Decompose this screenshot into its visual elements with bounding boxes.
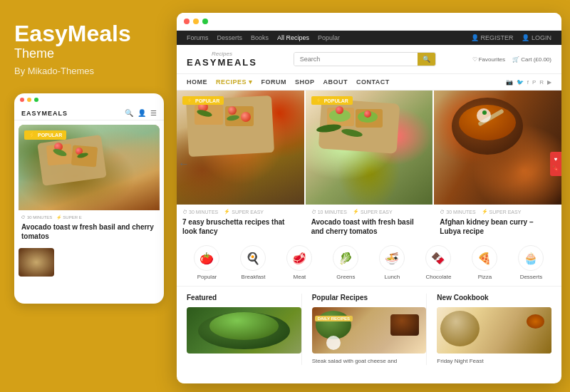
- mobile-top-bar: [14, 93, 164, 106]
- bolt-icon: ⚡: [56, 215, 61, 220]
- admin-bar: Forums Desserts Books All Recipes Popula…: [177, 31, 561, 45]
- nav-shop[interactable]: SHOP: [295, 78, 315, 86]
- category-breakfast[interactable]: 🍳 Breakfast: [240, 245, 266, 280]
- admin-nav-books[interactable]: Books: [251, 34, 269, 41]
- search-input[interactable]: [294, 53, 418, 66]
- card-3-meta: ⏱ 30 MINUTES ⚡ SUPER EASY: [440, 209, 556, 215]
- instagram-icon[interactable]: 📷: [506, 79, 513, 86]
- clock-icon: ⏱: [21, 215, 26, 220]
- social-icons: 📷 🐦 f P R ▶: [506, 79, 551, 86]
- category-pizza[interactable]: 🍕 Pizza: [472, 245, 497, 280]
- mobile-nav-icons: 🔍 👤 ☰: [125, 109, 157, 117]
- rss-icon[interactable]: R: [539, 79, 544, 86]
- featured-image[interactable]: [187, 307, 301, 354]
- nav-home[interactable]: HOME: [187, 78, 207, 86]
- category-icon-desserts: 🧁: [518, 245, 544, 271]
- tomato-a3: [241, 112, 251, 122]
- categories-row: 🍅 Popular 🍳 Breakfast 🥩 Meat 🥬 Greens 🍜 …: [177, 237, 561, 287]
- mobile-difficulty: ⚡ SUPER E: [56, 215, 81, 220]
- nav-contact[interactable]: CONTACT: [356, 78, 390, 86]
- popular-col: Popular Recipes DAILY RECIPES Steak sala…: [301, 294, 427, 365]
- recipe-card-1[interactable]: ⚡ POPULAR ⏱ 30 MINUTES ⚡ SUPER EASY 7 ea…: [177, 91, 306, 237]
- login-link[interactable]: 👤 LOGIN: [522, 34, 551, 41]
- search-bar[interactable]: 🔍: [294, 52, 436, 66]
- mobile-card-title: Avocado toast w fresh basil and cherry t…: [21, 222, 157, 241]
- tomato-b1: [336, 106, 343, 114]
- recipe-cards-section: ← ⚡ POPULAR ⏱: [177, 91, 561, 237]
- food-item: [527, 314, 544, 329]
- cookbook-col: New Cookbook Friday Night Feast: [426, 294, 551, 365]
- card-2-info: ⏱ 10 MINUTES ⚡ SUPER EASY Avocado toast …: [306, 205, 433, 237]
- goat-cheese: [326, 336, 341, 350]
- category-greens[interactable]: 🥬 Greens: [333, 245, 358, 280]
- featured-title: Featured: [187, 294, 301, 301]
- nav-recipes[interactable]: RECIPES ▾: [216, 78, 253, 86]
- category-label-chocolate: Chocolate: [425, 274, 451, 280]
- facebook-icon[interactable]: f: [527, 79, 529, 86]
- site-logo[interactable]: Recipes EASYMEALS: [187, 51, 257, 68]
- category-chocolate[interactable]: 🍫 Chocolate: [425, 245, 451, 280]
- bolt-icon-1: ⚡: [224, 209, 230, 215]
- search-button[interactable]: 🔍: [418, 53, 435, 66]
- steak-piece: [390, 314, 419, 336]
- category-icon-chocolate: 🍫: [425, 245, 451, 271]
- cookbook-visual: [437, 307, 551, 354]
- popular-title: Popular Recipes: [312, 294, 427, 301]
- mobile-user-icon[interactable]: 👤: [138, 109, 146, 117]
- browser-dot-red: [184, 19, 190, 24]
- brand-by: By Mikado-Themes: [14, 66, 162, 76]
- recipe-card-2[interactable]: ⚡ POPULAR ⏱ 10 MINUTES ⚡ SUPER EASY Avoc…: [306, 91, 435, 237]
- pinterest-icon[interactable]: P: [532, 79, 536, 86]
- left-panel: EasyMeals Theme By Mikado-Themes EASYMEA…: [0, 0, 177, 392]
- card-2-title: Avocado toast with fresh basil and cherr…: [311, 217, 428, 236]
- card-1-title: 7 easy bruschetta recipes that look fanc…: [182, 217, 299, 236]
- card-2-meta: ⏱ 10 MINUTES ⚡ SUPER EASY: [311, 209, 428, 215]
- youtube-icon[interactable]: ▶: [547, 79, 551, 86]
- category-icon-breakfast: 🍳: [240, 245, 266, 271]
- admin-right: 👤 REGISTER 👤 LOGIN: [471, 34, 551, 41]
- cookbook-image[interactable]: [437, 307, 551, 354]
- mobile-search-icon[interactable]: 🔍: [125, 109, 133, 117]
- main-nav-links: HOME RECIPES ▾ FORUM SHOP ABOUT CONTACT: [187, 78, 390, 86]
- category-meat[interactable]: 🥩 Meat: [286, 245, 312, 280]
- category-popular[interactable]: 🍅 Popular: [194, 245, 219, 280]
- mobile-card-info: ⏱ 30 MINUTES ⚡ SUPER E Avocado toast w f…: [19, 210, 160, 245]
- category-lunch[interactable]: 🍜 Lunch: [379, 245, 405, 280]
- category-label-breakfast: Breakfast: [242, 274, 266, 280]
- twitter-icon[interactable]: 🐦: [517, 79, 524, 86]
- card-1-time: ⏱ 30 MINUTES: [182, 209, 218, 215]
- recipe-card-1-image: ⚡ POPULAR: [177, 91, 304, 205]
- salad-top: [209, 312, 278, 340]
- popular-image[interactable]: DAILY RECIPES: [312, 307, 427, 354]
- mobile-recipe-card[interactable]: ⚡ POPULAR ⏱ 30 MINUTES ⚡ SUPER E Avocado…: [19, 125, 160, 245]
- category-icon-popular: 🍅: [194, 245, 219, 271]
- nav-forum[interactable]: FORUM: [261, 78, 287, 86]
- favourites-link[interactable]: ♡ Favourites: [472, 56, 506, 63]
- admin-nav: Forums Desserts Books All Recipes Popula…: [187, 34, 340, 41]
- card-1-info: ⏱ 30 MINUTES ⚡ SUPER EASY 7 easy brusche…: [177, 205, 304, 237]
- lightning-icon-1: ⚡: [187, 98, 193, 103]
- admin-nav-popular[interactable]: Popular: [318, 34, 340, 41]
- prev-arrow[interactable]: ←: [178, 158, 190, 170]
- admin-nav-forums[interactable]: Forums: [187, 34, 209, 41]
- cookbook-book-title: Friday Night Feast: [437, 357, 551, 365]
- featured-col: Featured: [187, 294, 301, 365]
- mobile-menu-icon[interactable]: ☰: [150, 109, 157, 117]
- register-link[interactable]: 👤 REGISTER: [471, 34, 514, 41]
- card-1-difficulty: ⚡ SUPER EASY: [224, 209, 264, 215]
- category-label-popular: Popular: [197, 274, 217, 280]
- browser-dot-green: [202, 19, 208, 24]
- nav-about[interactable]: ABOUT: [323, 78, 348, 86]
- bolt-icon-3: ⚡: [482, 209, 488, 215]
- recipe-card-3[interactable]: ⏱ 30 MINUTES ⚡ SUPER EASY Afghan kidney …: [434, 91, 561, 237]
- browser-top-bar: [177, 13, 561, 31]
- cart-link[interactable]: 🛒 Cart (£0.00): [512, 56, 551, 63]
- side-tab[interactable]: ♥ 🔖: [550, 152, 561, 176]
- daily-badge-wrap: DAILY RECIPES: [315, 310, 353, 324]
- admin-nav-allrecipes[interactable]: All Recipes: [277, 34, 309, 41]
- admin-nav-desserts[interactable]: Desserts: [217, 34, 243, 41]
- mobile-time: ⏱ 30 MINUTES: [21, 215, 52, 220]
- mobile-logo: EASYMEALS: [21, 110, 68, 117]
- mobile-dot-green: [34, 98, 38, 102]
- category-desserts[interactable]: 🧁 Desserts: [518, 245, 544, 280]
